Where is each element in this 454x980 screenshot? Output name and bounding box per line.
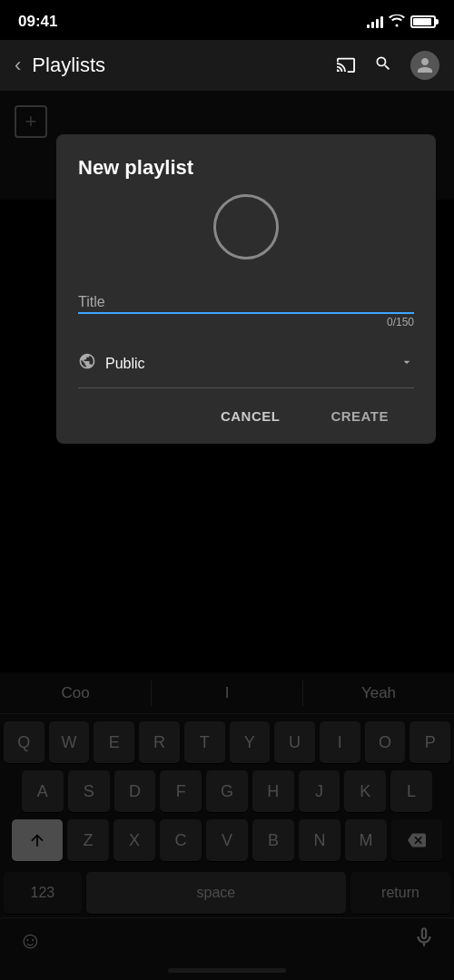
title-field-wrapper: Title 0/150 (78, 294, 414, 328)
back-button[interactable]: ‹ (15, 54, 21, 77)
signal-icon (367, 15, 383, 28)
status-icons (367, 15, 436, 30)
dialog-actions: CANCEL CREATE (78, 388, 414, 444)
dialog-title: New playlist (78, 156, 414, 180)
top-navigation: ‹ Playlists (0, 40, 454, 91)
search-icon[interactable] (374, 54, 392, 77)
avatar[interactable] (410, 51, 439, 80)
cancel-button[interactable]: CANCEL (195, 401, 306, 431)
dropdown-arrow-icon (400, 355, 414, 373)
privacy-selector[interactable]: Public (78, 339, 414, 388)
globe-icon (78, 352, 96, 375)
privacy-label: Public (105, 356, 400, 372)
cast-icon[interactable] (336, 54, 356, 77)
nav-actions (336, 51, 439, 80)
wifi-icon (389, 15, 405, 30)
char-count: 0/150 (78, 316, 414, 328)
title-field-label: Title (78, 294, 414, 310)
playlist-thumbnail[interactable] (213, 194, 279, 260)
title-underline (78, 312, 414, 314)
battery-icon (410, 15, 436, 28)
status-bar: 09:41 (0, 0, 454, 40)
page-title: Playlists (32, 54, 336, 77)
create-button[interactable]: CREATE (305, 401, 414, 431)
status-time: 09:41 (18, 13, 57, 31)
new-playlist-dialog: New playlist Title 0/150 Public CANCEL C… (56, 134, 436, 444)
